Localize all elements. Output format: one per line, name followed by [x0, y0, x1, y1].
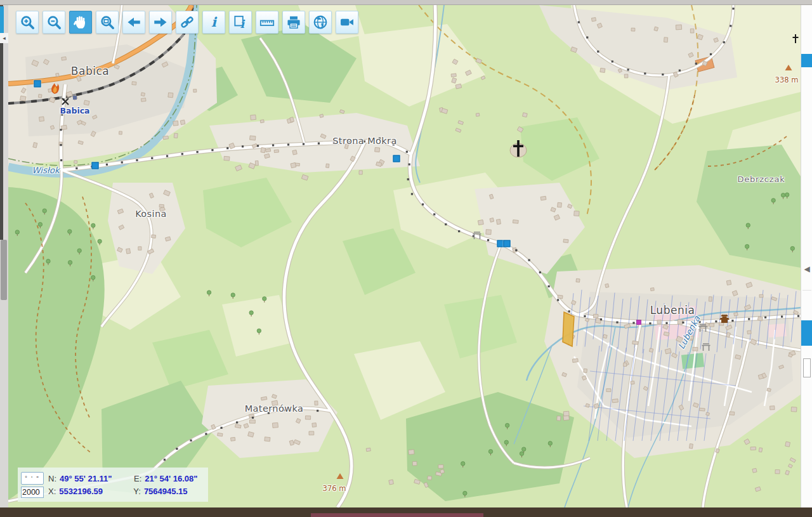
print-icon — [285, 14, 302, 30]
window-bottom-edge — [0, 507, 812, 517]
left-scrollbar-thumb[interactable] — [1, 240, 7, 300]
basemap — [8, 5, 801, 507]
map-viewport[interactable]: BabicaBabicaWisłokStrona MokraKosinaMate… — [8, 5, 801, 507]
toolbar-button-zoom-out[interactable] — [43, 11, 65, 34]
poi-magenta-icon — [637, 320, 641, 325]
app-window: ◂ — [0, 0, 812, 517]
east-value: 21° 54' 16.08" — [145, 474, 197, 483]
scale-input[interactable] — [21, 487, 44, 498]
toolbar-button-print[interactable] — [282, 11, 305, 34]
measure-icon — [259, 14, 275, 30]
identify-icon: i — [232, 14, 249, 30]
toolbar-button-globe[interactable] — [309, 11, 332, 34]
poi-selected-parcel — [563, 312, 574, 346]
toolbar-button-identify[interactable]: i — [229, 11, 252, 34]
map-marker[interactable] — [504, 240, 511, 247]
toolbar-button-zoom-in[interactable] — [16, 11, 39, 34]
left-panel-collapsed: ◂ — [0, 5, 8, 507]
zoom-box-icon — [99, 14, 115, 30]
toolbar-button-video[interactable] — [336, 11, 358, 34]
coordinate-panel: ° ' " N: 49° 55' 21.11" E: 21° 54' 16.08… — [18, 468, 208, 502]
zoom-in-icon — [19, 14, 36, 30]
toolbar-button-info[interactable]: i — [202, 11, 225, 34]
map-marker[interactable] — [34, 81, 41, 88]
left-panel-toggle[interactable] — [0, 6, 4, 33]
left-panel-expand-arrow-icon[interactable]: ◂ — [0, 33, 8, 43]
x-value: 5532196.59 — [59, 487, 131, 496]
globe-icon — [312, 14, 329, 30]
east-label: E: — [134, 474, 141, 483]
map-toolbar: ii — [16, 11, 358, 34]
north-label: N: — [48, 474, 56, 483]
right-rail-divider — [802, 290, 811, 291]
back-icon — [126, 14, 142, 30]
info-icon: i — [206, 14, 222, 30]
forward-icon — [152, 14, 169, 30]
toolbar-button-back[interactable] — [122, 11, 145, 34]
right-panel-collapsed: ◀ — [801, 5, 812, 507]
y-value: 7564945.15 — [144, 487, 188, 496]
y-label: Y: — [133, 487, 141, 496]
svg-text:i: i — [240, 18, 245, 30]
pan-icon — [72, 14, 89, 30]
link-icon — [179, 14, 195, 30]
map-marker[interactable] — [393, 155, 400, 162]
right-panel-expand-arrow-icon[interactable]: ◀ — [801, 264, 812, 274]
window-top-edge — [0, 0, 812, 5]
poi-station-dot — [73, 96, 77, 100]
geographic-coordinates-row: N: 49° 55' 21.11" E: 21° 54' 16.08" — [48, 474, 197, 483]
toolbar-button-zoom-box[interactable] — [96, 11, 119, 34]
dms-format-button[interactable]: ° ' " — [21, 472, 44, 485]
right-rail-box[interactable] — [803, 358, 811, 377]
north-value: 49° 55' 21.11" — [60, 474, 131, 483]
x-label: X: — [48, 487, 56, 496]
projected-coordinates-row: X: 5532196.59 Y: 7564945.15 — [48, 487, 197, 496]
map-marker[interactable] — [92, 162, 99, 169]
window-bottom-accent — [311, 513, 483, 517]
right-panel-toggle[interactable] — [801, 320, 812, 346]
svg-text:i: i — [211, 15, 218, 30]
toolbar-button-link[interactable] — [176, 11, 199, 34]
toolbar-button-forward[interactable] — [149, 11, 172, 34]
toolbar-button-pan[interactable] — [69, 11, 92, 34]
toolbar-button-measure[interactable] — [256, 11, 278, 34]
right-panel-toggle-top[interactable] — [801, 54, 812, 67]
video-icon — [339, 14, 355, 30]
zoom-out-icon — [46, 14, 62, 30]
